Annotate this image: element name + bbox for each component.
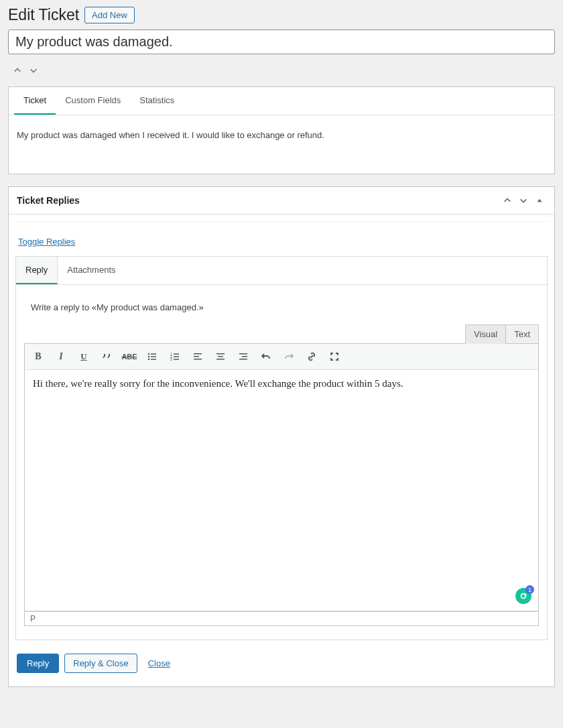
svg-rect-9 xyxy=(174,356,179,357)
svg-rect-20 xyxy=(239,359,247,360)
editor-text: Hi there, we're really sorry for the inc… xyxy=(33,378,403,389)
page-title: Edit Ticket xyxy=(8,6,79,24)
editor-mode-text[interactable]: Text xyxy=(505,324,539,344)
svg-rect-1 xyxy=(151,353,156,355)
svg-rect-19 xyxy=(242,356,247,357)
bold-icon[interactable]: B xyxy=(29,349,48,365)
svg-rect-3 xyxy=(151,356,156,357)
align-center-icon[interactable] xyxy=(211,349,230,365)
svg-rect-7 xyxy=(174,353,179,355)
align-left-icon[interactable] xyxy=(188,349,207,365)
italic-icon[interactable]: I xyxy=(52,349,70,365)
tab-statistics[interactable]: Statistics xyxy=(130,87,184,115)
editor-status-bar: P xyxy=(24,611,539,626)
svg-rect-11 xyxy=(174,359,179,360)
tab-ticket[interactable]: Ticket xyxy=(14,87,56,115)
grammarly-icon[interactable]: 1 xyxy=(515,588,531,604)
svg-rect-15 xyxy=(216,353,225,355)
svg-rect-5 xyxy=(151,359,156,360)
grammarly-badge: 1 xyxy=(525,585,534,594)
underline-icon[interactable]: U xyxy=(74,349,93,365)
numbered-list-icon[interactable]: 123 xyxy=(166,349,184,365)
tab-custom-fields[interactable]: Custom Fields xyxy=(56,87,130,115)
svg-point-4 xyxy=(148,359,150,361)
svg-rect-16 xyxy=(218,356,223,357)
align-right-icon[interactable] xyxy=(234,349,253,365)
editor-toolbar: B I U ABE 123 xyxy=(24,343,539,370)
reply-close-button[interactable]: Reply & Close xyxy=(64,654,137,673)
svg-rect-12 xyxy=(194,353,202,355)
svg-rect-18 xyxy=(239,353,247,355)
svg-rect-13 xyxy=(194,356,199,357)
editor-path: P xyxy=(30,614,36,623)
replies-panel-title: Ticket Replies xyxy=(17,195,80,206)
ticket-title-input[interactable] xyxy=(8,29,555,54)
reply-tab-attachments[interactable]: Attachments xyxy=(58,257,125,284)
bullet-list-icon[interactable] xyxy=(143,349,162,365)
reply-box: Reply Attachments Write a reply to «My p… xyxy=(15,256,548,640)
close-link[interactable]: Close xyxy=(143,654,176,672)
svg-point-2 xyxy=(148,356,150,358)
redo-icon[interactable] xyxy=(279,349,298,365)
svg-rect-17 xyxy=(216,359,225,360)
panel-toggle-icon[interactable] xyxy=(533,194,546,207)
quote-icon[interactable] xyxy=(97,349,116,365)
ticket-body-text: My product was damaged when I received i… xyxy=(9,115,554,174)
ticket-panel: Ticket Custom Fields Statistics My produ… xyxy=(8,86,555,174)
editor-content-area[interactable]: Hi there, we're really sorry for the inc… xyxy=(24,370,539,611)
reply-button[interactable]: Reply xyxy=(17,654,59,673)
panel-down-icon[interactable] xyxy=(517,194,530,207)
resize-handle-icon[interactable] xyxy=(529,616,537,624)
link-icon[interactable] xyxy=(302,349,321,365)
replies-panel: Ticket Replies Toggle Replies Reply Atta… xyxy=(8,186,555,687)
toggle-replies-link[interactable]: Toggle Replies xyxy=(15,229,548,256)
svg-text:3: 3 xyxy=(170,357,172,361)
editor-mode-visual[interactable]: Visual xyxy=(465,324,505,344)
reply-prompt-text: Write a reply to «My product was damaged… xyxy=(24,298,539,324)
expand-down-icon[interactable] xyxy=(27,64,40,77)
undo-icon[interactable] xyxy=(257,349,275,365)
svg-point-0 xyxy=(148,353,150,355)
svg-rect-14 xyxy=(194,359,202,360)
fullscreen-icon[interactable] xyxy=(325,349,344,365)
strikethrough-icon[interactable]: ABE xyxy=(120,349,139,365)
reply-tab-reply[interactable]: Reply xyxy=(16,257,58,284)
panel-up-icon[interactable] xyxy=(501,194,514,207)
add-new-button[interactable]: Add New xyxy=(84,7,135,23)
collapse-up-icon[interactable] xyxy=(11,64,24,77)
